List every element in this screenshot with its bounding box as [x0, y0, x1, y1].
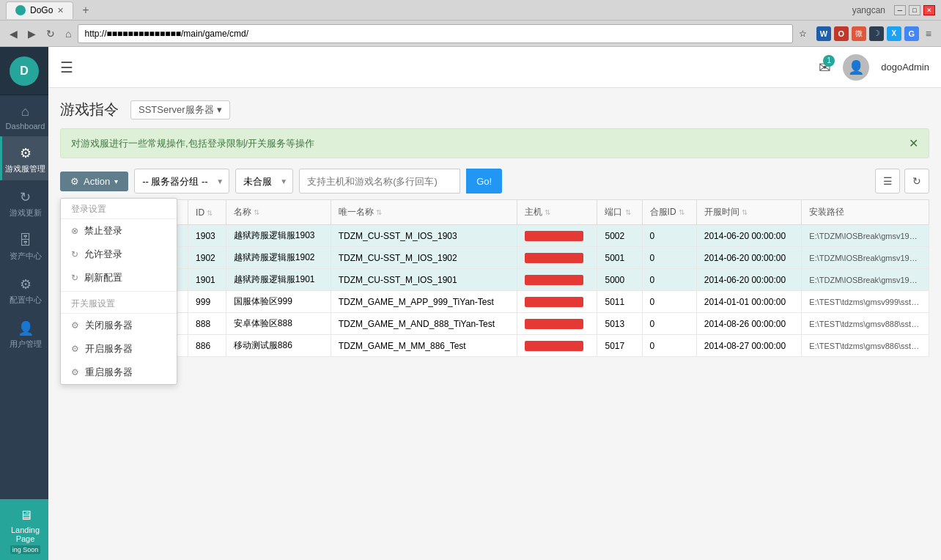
status-select[interactable]: 未合服 — [235, 169, 293, 194]
browser-titlebar: DoGo ✕ + yangcan ─ □ ✕ — [0, 0, 941, 21]
row-open-time: 2014-08-26 00:00:00 — [696, 313, 802, 335]
more-button[interactable]: ≡ — [922, 26, 935, 41]
server-selector[interactable]: SSTServer服务器 ▾ — [130, 100, 230, 119]
row-host: 1■■■■■■■■■ — [517, 225, 597, 247]
dropdown-item-restart-server[interactable]: ⚙ 重启服务器 — [61, 361, 177, 384]
top-bar: ☰ ✉ 1 👤 dogoAdmin — [48, 47, 941, 88]
user-avatar: 👤 — [843, 54, 869, 81]
tab-close-button[interactable]: ✕ — [57, 6, 64, 15]
address-bar[interactable] — [78, 24, 792, 43]
row-unique-name: TDZM_CU-SST_M_IOS_1903 — [331, 225, 517, 247]
go-button[interactable]: Go! — [466, 169, 502, 194]
logo-image: D — [10, 56, 39, 86]
row-install-path: E:\TEST\tdzms\gmsv999\sstServer.e — [802, 291, 929, 313]
refresh-button[interactable]: ↻ — [904, 169, 929, 194]
sidebar-label-game-manage: 游戏服管理 — [5, 163, 45, 174]
row-install-path: E:\TEST\tdzms\gmsv886\sstServer.e — [802, 335, 929, 357]
user-name: dogoAdmin — [881, 62, 929, 73]
sidebar: D ⌂ Dashboard ⚙ 游戏服管理 ↻ 游戏更新 🗄 资产中心 ⚙ 配置… — [0, 47, 48, 560]
ban-login-icon: ⊗ — [71, 226, 78, 236]
ext-w-icon[interactable]: W — [816, 26, 831, 41]
reload-button[interactable]: ↻ — [43, 26, 59, 41]
toolbar-right: ☰ ↻ — [875, 169, 929, 194]
dropdown-item-stop-server[interactable]: ⚙ 关闭服务器 — [61, 314, 177, 337]
dropdown-item-start-server[interactable]: ⚙ 开启服务器 — [61, 337, 177, 361]
row-port: 5001 — [597, 247, 642, 269]
table-row: Online Running888安卓体验区888TDZM_GAME_M_AND… — [61, 313, 929, 335]
close-button[interactable]: ✕ — [923, 5, 935, 15]
server-group-select-wrapper: -- 服务器分组 -- — [134, 169, 229, 194]
ext-moon-icon[interactable]: ☽ — [869, 26, 884, 41]
sidebar-item-user-manage[interactable]: 👤 用户管理 — [0, 312, 48, 355]
server-selector-caret: ▾ — [217, 104, 222, 115]
sidebar-label-config: 配置中心 — [10, 295, 42, 306]
sidebar-item-assets[interactable]: 🗄 资产中心 — [0, 224, 48, 268]
dropdown-item-refresh-config[interactable]: ↻ 刷新配置 — [61, 266, 177, 290]
table-row: 1901越狱跨服逻辑服1901TDZM_CU-SST_M_IOS_19011■■… — [61, 269, 929, 291]
forward-button[interactable]: ▶ — [24, 26, 40, 41]
sidebar-item-dashboard[interactable]: ⌂ Dashboard — [0, 95, 48, 136]
row-host: ■■■■■■■■■■ — [517, 335, 597, 357]
action-label: Action — [84, 176, 110, 187]
home-button[interactable]: ⌂ — [62, 26, 75, 41]
row-unique-name: TDZM_GAME_M_AND_888_TiYan-Test — [331, 313, 517, 335]
row-host: 1■■■■■■■■■ — [517, 313, 597, 335]
extension-icons: W O 微 ☽ X G ≡ — [816, 26, 935, 41]
sidebar-item-game-manage[interactable]: ⚙ 游戏服管理 — [0, 136, 48, 180]
notification-button[interactable]: ✉ 1 — [819, 59, 831, 76]
new-tab-button[interactable]: + — [79, 4, 92, 17]
start-server-icon: ⚙ — [71, 344, 79, 354]
row-port: 5013 — [597, 313, 642, 335]
notification-badge: 1 — [823, 55, 835, 67]
dropdown-item-ban-login[interactable]: ⊗ 禁止登录 — [61, 219, 177, 243]
info-bar-close[interactable]: ✕ — [909, 136, 918, 150]
col-open-time: 开服时间 ⇅ — [696, 200, 802, 225]
table-row: 1903越狱跨服逻辑服1903TDZM_CU-SST_M_IOS_19031■■… — [61, 225, 929, 247]
game-update-icon: ↻ — [20, 189, 31, 205]
dropdown-group-login: 登录设置 — [61, 199, 177, 219]
window-user: yangcan — [852, 5, 885, 15]
stop-server-icon: ⚙ — [71, 320, 79, 331]
action-button[interactable]: ⚙ Action ▾ — [60, 172, 128, 191]
row-id: 1903 — [188, 225, 226, 247]
dropdown-item-allow-login[interactable]: ↻ 允许登录 — [61, 243, 177, 266]
action-caret-icon: ▾ — [114, 177, 118, 185]
row-host: ■■■■■■■■■■ — [517, 291, 597, 313]
bookmark-icon[interactable]: ☆ — [796, 26, 811, 41]
maximize-button[interactable]: □ — [909, 5, 920, 15]
row-host: 1■■■■■■■■■ — [517, 247, 597, 269]
sidebar-logo: D — [0, 47, 48, 95]
status-select-wrapper: 未合服 — [235, 169, 293, 194]
row-install-path: E:\TDZM\IOSBreak\gmsv1902\sstSe — [802, 247, 929, 269]
search-input[interactable] — [299, 169, 460, 194]
dashboard-icon: ⌂ — [21, 104, 29, 119]
ext-g-icon[interactable]: G — [904, 26, 919, 41]
tab-title: DoGo — [30, 5, 53, 15]
col-host: 主机 ⇅ — [517, 200, 597, 225]
row-unique-name: TDZM_GAME_M_MM_886_Test — [331, 335, 517, 357]
row-host: 1■■■■■■■■■ — [517, 269, 597, 291]
row-merge-id: 0 — [642, 291, 696, 313]
minimize-button[interactable]: ─ — [894, 5, 906, 15]
ext-x-icon[interactable]: X — [887, 26, 901, 41]
row-merge-id: 0 — [642, 335, 696, 357]
sidebar-label-game-update: 游戏更新 — [10, 207, 42, 218]
ext-o-icon[interactable]: O — [834, 26, 849, 41]
game-manage-icon: ⚙ — [20, 145, 32, 161]
row-install-path: E:\TDZM\IOSBreak\gmsv1903\sstSe — [802, 225, 929, 247]
hamburger-menu[interactable]: ☰ — [60, 59, 73, 76]
columns-button[interactable]: ☰ — [875, 169, 900, 194]
back-button[interactable]: ◀ — [6, 26, 21, 41]
server-group-select[interactable]: -- 服务器分组 -- — [134, 169, 229, 194]
row-name: 越狱跨服逻辑服1901 — [226, 269, 331, 291]
sidebar-item-landing[interactable]: 🖥 Landing Page ing Soon — [0, 499, 48, 560]
row-id: 999 — [188, 291, 226, 313]
sidebar-item-config[interactable]: ⚙ 配置中心 — [0, 268, 48, 312]
ext-weibo-icon[interactable]: 微 — [852, 26, 866, 41]
table-container: ID ⇅ 名称 ⇅ 唯一名称 ⇅ 主机 ⇅ 端口 ⇅ 合服ID ⇅ 开服时间 ⇅… — [60, 199, 929, 548]
dropdown-divider — [61, 291, 177, 292]
browser-tab[interactable]: DoGo ✕ — [6, 1, 73, 19]
window-controls: yangcan ─ □ ✕ — [852, 5, 935, 15]
sidebar-item-game-update[interactable]: ↻ 游戏更新 — [0, 180, 48, 224]
info-bar: 对游戏服进行一些常规操作,包括登录限制/开关服务等操作 ✕ — [60, 128, 929, 158]
